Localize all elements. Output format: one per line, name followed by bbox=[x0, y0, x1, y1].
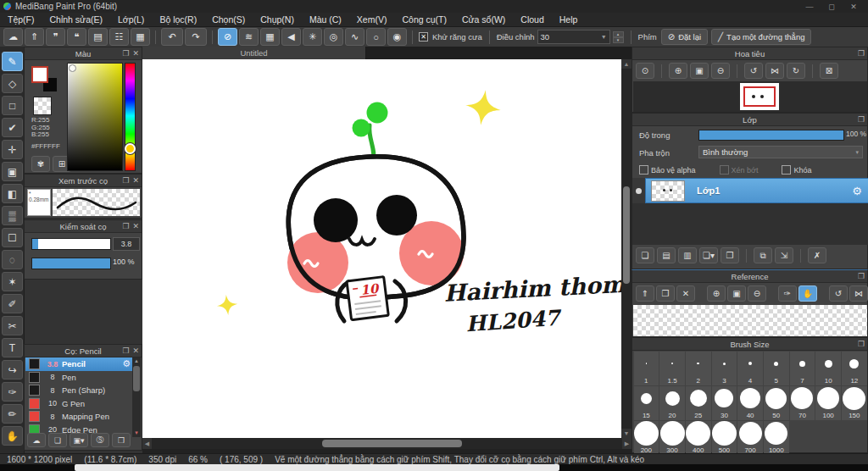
ref-hand-button[interactable]: ✋ bbox=[798, 285, 817, 302]
snap-concentric-icon[interactable]: ◎ bbox=[324, 28, 343, 46]
scroll-down-icon[interactable]: ▼ bbox=[621, 429, 632, 438]
brush-size-cell[interactable]: 200 bbox=[634, 421, 659, 455]
correction-dropdown[interactable]: 30 ▼ bbox=[537, 30, 610, 44]
scroll-left-icon[interactable]: ◀ bbox=[142, 438, 152, 449]
eyedropper-tool[interactable]: ✑ bbox=[2, 382, 23, 402]
add-layer-menu-button[interactable]: ❏▾ bbox=[699, 247, 718, 263]
move-tool[interactable]: ✛ bbox=[2, 140, 23, 159]
popout-icon[interactable]: ❐ bbox=[122, 222, 129, 230]
antialias-checkbox[interactable]: ✕ bbox=[419, 32, 428, 42]
blend-mode-dropdown[interactable]: Bình thường ▾ bbox=[698, 146, 863, 158]
ref-reset-rotation-button[interactable]: ⋈ bbox=[849, 285, 868, 302]
brush-list-scrollbar[interactable]: ▲ ▼ bbox=[132, 357, 141, 437]
close-icon[interactable]: ✕ bbox=[132, 176, 139, 185]
layer-opacity-slider[interactable] bbox=[698, 130, 844, 141]
brush-size-cell[interactable]: 15 bbox=[634, 386, 659, 420]
sv-cursor[interactable] bbox=[69, 64, 76, 72]
brush-size-cell[interactable]: 300 bbox=[659, 421, 685, 455]
gear-icon[interactable]: ⚙ bbox=[852, 185, 862, 197]
snap-ellipse-icon[interactable]: ○ bbox=[366, 28, 386, 46]
popout-icon[interactable]: ❐ bbox=[122, 176, 129, 185]
brush-size-cell[interactable]: 700 bbox=[737, 421, 763, 455]
menu-item[interactable]: Tệp(F) bbox=[0, 13, 42, 26]
saturation-value-picker[interactable] bbox=[67, 63, 123, 171]
scroll-up-icon[interactable]: ▲ bbox=[621, 59, 632, 69]
brush-row[interactable]: 3.8Pencil⚙ bbox=[25, 357, 134, 371]
fill-shape-tool[interactable]: ▣ bbox=[2, 162, 23, 181]
scroll-thumb[interactable] bbox=[133, 366, 140, 391]
add-brush-button[interactable]: ❏ bbox=[48, 433, 67, 447]
menu-item[interactable]: Cloud bbox=[513, 13, 551, 26]
brush-size-cell[interactable]: 1 bbox=[634, 352, 659, 385]
select-eraser-tool[interactable]: ✂ bbox=[2, 316, 23, 335]
color-swatches[interactable] bbox=[31, 66, 60, 93]
lasso-tool[interactable]: ◌ bbox=[2, 250, 23, 269]
redo-button[interactable]: ↷ bbox=[185, 28, 207, 46]
popout-icon[interactable]: ❐ bbox=[858, 49, 865, 58]
brush-folder-button[interactable]: ❐ bbox=[112, 433, 131, 447]
brush-size-cell[interactable]: 500 bbox=[712, 421, 737, 455]
popout-icon[interactable]: ❐ bbox=[122, 346, 129, 355]
maximize-button[interactable]: ◻ bbox=[821, 1, 843, 12]
operation-tool[interactable]: ↪ bbox=[2, 360, 23, 380]
menu-item[interactable]: Cửa sổ(W) bbox=[454, 13, 513, 26]
correction-stepper[interactable]: ▴▾ bbox=[613, 31, 624, 43]
brush-row[interactable]: 8Pen (Sharp) bbox=[25, 384, 134, 397]
hue-slider[interactable] bbox=[125, 63, 136, 171]
snap-radial-icon[interactable]: ✳ bbox=[303, 28, 322, 46]
snap-vanishing-icon[interactable]: ◀ bbox=[281, 28, 301, 46]
document-tab[interactable]: Untitled bbox=[142, 47, 366, 59]
new-1bit-layer-button[interactable]: ▥ bbox=[678, 247, 697, 263]
scroll-down-icon[interactable]: ▼ bbox=[132, 429, 141, 437]
snap-grid-icon[interactable]: ▦ bbox=[260, 28, 280, 46]
layer-checkbox-3[interactable]: Khóa bbox=[782, 165, 811, 175]
navigator-viewport[interactable] bbox=[633, 81, 867, 112]
horizontal-scrollbar[interactable]: ◀ ▶ bbox=[142, 438, 632, 449]
brush-size-cell[interactable]: 10 bbox=[815, 352, 841, 385]
checkbox-icon[interactable] bbox=[782, 165, 791, 175]
brush-opacity-slider[interactable] bbox=[31, 258, 111, 269]
scroll-up-icon[interactable]: ▲ bbox=[132, 357, 141, 365]
cloud-brush-button[interactable]: ☁ bbox=[27, 433, 46, 447]
checkbox-icon[interactable] bbox=[639, 165, 648, 175]
divide-tool[interactable]: ✏ bbox=[2, 404, 23, 424]
new-layer-button[interactable]: ❏ bbox=[636, 247, 654, 263]
snap-curve-icon[interactable]: ∿ bbox=[345, 28, 364, 46]
material-list-icon[interactable]: ☷ bbox=[109, 28, 129, 46]
fit-screen-button[interactable]: ▣ bbox=[690, 63, 709, 79]
zoom-out-button[interactable]: ⊖ bbox=[711, 63, 730, 79]
snap-focus-icon[interactable]: ◉ bbox=[387, 28, 407, 46]
menu-item[interactable]: Công cụ(T) bbox=[394, 13, 454, 26]
gear-icon[interactable]: ⚙ bbox=[122, 358, 131, 369]
scroll-thumb[interactable] bbox=[623, 186, 630, 284]
menu-item[interactable]: Xem(V) bbox=[349, 13, 395, 26]
layer-visibility-toggle[interactable] bbox=[632, 178, 645, 203]
brush-size-cell[interactable]: 1000 bbox=[764, 421, 789, 455]
menu-item[interactable]: Bộ lọc(R) bbox=[152, 13, 204, 26]
popout-icon[interactable]: ❐ bbox=[122, 49, 129, 58]
announcement-icon[interactable]: ❝ bbox=[67, 28, 86, 46]
brush-size-cell[interactable]: 7 bbox=[790, 352, 815, 385]
brush-size-cell[interactable]: 100 bbox=[815, 386, 841, 420]
palette-icon[interactable]: ✾ bbox=[31, 156, 50, 172]
eraser-tool[interactable]: ◇ bbox=[2, 74, 23, 93]
ref-clear-button[interactable]: ✕ bbox=[676, 285, 695, 302]
minimize-button[interactable]: — bbox=[798, 1, 821, 12]
brush-size-cell[interactable]: 3 bbox=[712, 352, 737, 385]
gradient-tool[interactable]: ▒ bbox=[2, 206, 23, 225]
scroll-thumb[interactable] bbox=[322, 440, 462, 447]
snap-parallel-icon[interactable]: ≋ bbox=[239, 28, 259, 46]
text-tool[interactable]: T bbox=[2, 338, 23, 357]
menu-item[interactable]: Help bbox=[552, 13, 586, 26]
transparent-color-swatch[interactable] bbox=[33, 97, 52, 115]
brush-size-cell[interactable]: 70 bbox=[790, 386, 815, 420]
menu-item[interactable]: Chọn(S) bbox=[204, 13, 253, 26]
undo-button[interactable]: ↶ bbox=[161, 28, 183, 46]
ref-fit-button[interactable]: ▣ bbox=[727, 285, 746, 302]
ref-zoom-out-button[interactable]: ⊖ bbox=[748, 285, 766, 302]
brush-size-cell[interactable]: 2 bbox=[686, 352, 711, 385]
popout-icon[interactable]: ❐ bbox=[858, 340, 865, 348]
brush-row[interactable]: 8Pen bbox=[25, 371, 134, 385]
zoom-actual-button[interactable]: ⊙ bbox=[636, 63, 654, 79]
brush-row[interactable]: 10G Pen bbox=[25, 397, 134, 411]
